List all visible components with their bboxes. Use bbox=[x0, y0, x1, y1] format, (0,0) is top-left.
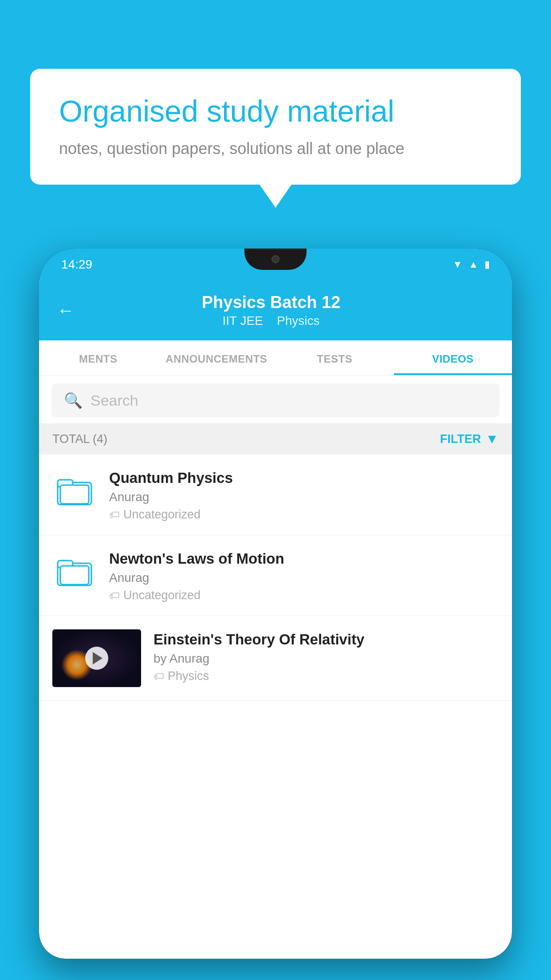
header-title-block: Physics Batch 12 IIT JEE Physics bbox=[88, 293, 454, 328]
svg-rect-2 bbox=[60, 485, 89, 504]
video-tag-3: 🏷 Physics bbox=[153, 669, 499, 683]
tag-icon-2: 🏷 bbox=[109, 589, 120, 602]
filter-icon: ▼ bbox=[485, 431, 499, 447]
wifi-icon: ▼ bbox=[453, 259, 462, 270]
tab-ments[interactable]: MENTS bbox=[39, 340, 157, 375]
video-title-1: Quantum Physics bbox=[109, 470, 499, 486]
notch bbox=[244, 249, 307, 270]
play-triangle-icon bbox=[93, 652, 102, 664]
list-item[interactable]: Quantum Physics Anurag 🏷 Uncategorized bbox=[39, 454, 512, 535]
screen-content: ← Physics Batch 12 IIT JEE Physics MENTS bbox=[39, 281, 512, 959]
search-placeholder: Search bbox=[91, 392, 138, 409]
search-icon: 🔍 bbox=[64, 391, 83, 409]
tab-videos[interactable]: VIDEOS bbox=[394, 340, 512, 375]
app-header: ← Physics Batch 12 IIT JEE Physics bbox=[39, 281, 512, 340]
search-box[interactable]: 🔍 Search bbox=[51, 383, 500, 417]
tag-icon-3: 🏷 bbox=[153, 670, 164, 683]
subtitle-tag2: Physics bbox=[277, 314, 319, 328]
tab-announcements[interactable]: ANNOUNCEMENTS bbox=[157, 340, 276, 375]
search-container: 🔍 Search bbox=[39, 375, 512, 423]
folder-thumb-1 bbox=[52, 468, 97, 512]
video-author-1: Anurag bbox=[109, 490, 499, 504]
speech-bubble-container: Organised study material notes, question… bbox=[30, 69, 521, 185]
svg-rect-5 bbox=[60, 566, 89, 585]
phone-wrapper: 14:29 ▼ ▲ ▮ ← Physics Batch 12 IIT JEE bbox=[39, 249, 512, 980]
header-title: Physics Batch 12 bbox=[88, 293, 454, 312]
subtitle-tag1: IIT JEE bbox=[223, 314, 263, 328]
filter-button[interactable]: FILTER ▼ bbox=[440, 431, 499, 447]
status-icons: ▼ ▲ ▮ bbox=[453, 259, 490, 270]
video-thumbnail-3 bbox=[52, 629, 141, 687]
list-item[interactable]: Einstein's Theory Of Relativity by Anura… bbox=[39, 616, 512, 701]
folder-icon bbox=[57, 553, 92, 589]
video-title-3: Einstein's Theory Of Relativity bbox=[153, 631, 499, 648]
speech-bubble: Organised study material notes, question… bbox=[30, 69, 521, 185]
video-info-1: Quantum Physics Anurag 🏷 Uncategorized bbox=[109, 468, 499, 522]
tag-label-1: Uncategorized bbox=[123, 508, 201, 522]
video-author-3: by Anurag bbox=[153, 652, 499, 666]
filter-label: FILTER bbox=[440, 432, 481, 446]
filter-bar: TOTAL (4) FILTER ▼ bbox=[39, 423, 512, 454]
folder-thumb-2 bbox=[52, 549, 97, 593]
tab-tests[interactable]: TESTS bbox=[276, 340, 394, 375]
tag-label-3: Physics bbox=[168, 669, 209, 683]
tag-label-2: Uncategorized bbox=[123, 589, 201, 602]
phone-frame: 14:29 ▼ ▲ ▮ ← Physics Batch 12 IIT JEE bbox=[39, 249, 512, 959]
battery-icon: ▮ bbox=[484, 259, 490, 270]
video-title-2: Newton's Laws of Motion bbox=[109, 550, 499, 567]
folder-icon bbox=[57, 472, 92, 508]
tag-icon-1: 🏷 bbox=[109, 509, 120, 521]
signal-icon: ▲ bbox=[468, 259, 478, 270]
video-author-2: Anurag bbox=[109, 571, 499, 585]
header-subtitle: IIT JEE Physics bbox=[88, 314, 454, 328]
video-info-3: Einstein's Theory Of Relativity by Anura… bbox=[153, 629, 499, 683]
status-bar: 14:29 ▼ ▲ ▮ bbox=[39, 249, 512, 281]
video-tag-2: 🏷 Uncategorized bbox=[109, 589, 499, 602]
camera bbox=[272, 255, 279, 263]
tabs-bar: MENTS ANNOUNCEMENTS TESTS VIDEOS bbox=[39, 340, 512, 375]
video-list: Quantum Physics Anurag 🏷 Uncategorized bbox=[39, 454, 512, 701]
total-count: TOTAL (4) bbox=[52, 432, 107, 446]
play-button[interactable] bbox=[85, 647, 108, 670]
video-info-2: Newton's Laws of Motion Anurag 🏷 Uncateg… bbox=[109, 549, 499, 602]
back-button[interactable]: ← bbox=[57, 300, 75, 320]
status-time: 14:29 bbox=[61, 257, 92, 272]
video-tag-1: 🏷 Uncategorized bbox=[109, 508, 499, 522]
speech-bubble-heading: Organised study material bbox=[59, 93, 492, 130]
list-item[interactable]: Newton's Laws of Motion Anurag 🏷 Uncateg… bbox=[39, 535, 512, 616]
speech-bubble-subtext: notes, question papers, solutions all at… bbox=[59, 139, 492, 158]
